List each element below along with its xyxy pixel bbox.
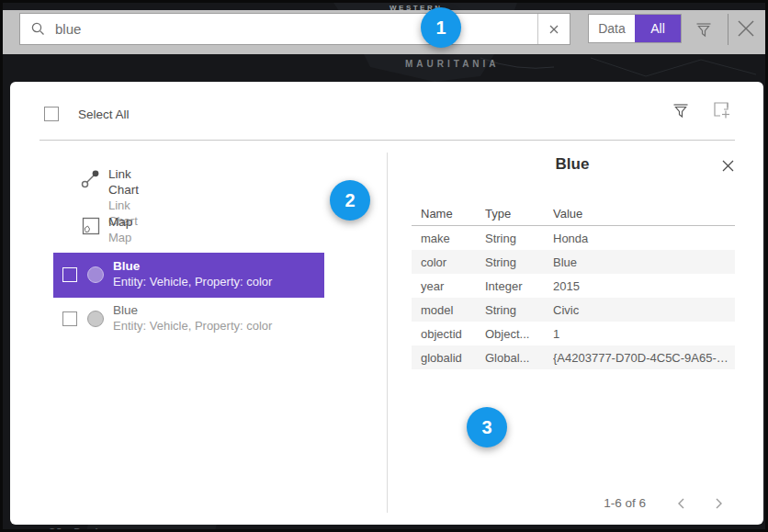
- result-title: Blue: [113, 302, 138, 318]
- result-checkbox[interactable]: [62, 311, 77, 326]
- scope-data-button[interactable]: Data: [589, 15, 635, 42]
- map-label-mauritania: MAURITANIA: [405, 59, 500, 69]
- result-subtitle: Entity: Vehicle, Property: color: [113, 318, 272, 334]
- attribute-row-globalid: globalid Global... {A4203777-D70D-4C5C-9…: [412, 345, 735, 369]
- attribute-rows: make String Honda color String Blue year…: [412, 226, 735, 369]
- attribute-row-color: color String Blue: [412, 250, 735, 274]
- result-title: Link Chart: [108, 166, 139, 198]
- select-all-checkbox[interactable]: [44, 107, 59, 121]
- result-title: Blue: [113, 258, 140, 274]
- result-item-blue-selected[interactable]: Blue Entity: Vehicle, Property: color: [53, 253, 324, 298]
- callout-badge-2: 2: [330, 180, 370, 221]
- result-item-blue[interactable]: Blue Entity: Vehicle, Property: color: [53, 302, 324, 345]
- search-toolbar: Data All: [3, 10, 768, 54]
- attr-value: Blue: [553, 255, 735, 269]
- attr-name: globalid: [421, 351, 485, 365]
- map-icon: [82, 217, 100, 235]
- detail-close-button[interactable]: [717, 155, 738, 175]
- attribute-table-header: Name Type Value: [412, 202, 735, 225]
- select-all-control[interactable]: Select All: [44, 107, 130, 121]
- header-divider: [40, 140, 735, 141]
- pagination-prev-button[interactable]: [671, 492, 693, 515]
- result-checkbox[interactable]: [62, 267, 77, 282]
- result-title: Map: [108, 214, 132, 230]
- callout-badge-3: 3: [467, 407, 507, 447]
- search-results-panel: Select All Lin: [10, 82, 763, 525]
- entity-circle-icon: [87, 311, 104, 327]
- attr-type: String: [485, 232, 553, 245]
- filter-icon: [672, 101, 690, 119]
- attr-name: color: [421, 255, 485, 269]
- clear-x-icon: [548, 24, 559, 35]
- attr-name: make: [421, 232, 485, 245]
- app-window: WESTERN MAURITANIA São Paulo Data All: [0, 0, 768, 532]
- column-header-value: Value: [553, 207, 735, 221]
- attr-name: year: [421, 279, 485, 293]
- clear-search-button[interactable]: [537, 14, 570, 44]
- add-icon: [712, 100, 732, 120]
- callout-badge-1: 1: [421, 7, 461, 48]
- filter-icon: [695, 20, 713, 39]
- scope-toggle: Data All: [588, 14, 682, 43]
- toolbar-filter-button[interactable]: [692, 17, 716, 41]
- list-detail-divider: [387, 153, 388, 513]
- chevron-right-icon: [713, 497, 724, 510]
- detail-title: Blue: [412, 155, 733, 174]
- attr-type: Global...: [485, 351, 553, 365]
- attr-value: 1: [553, 327, 735, 341]
- attribute-row-model: model String Civic: [412, 298, 735, 322]
- toolbar-divider: [728, 14, 728, 45]
- attr-type: String: [485, 255, 553, 269]
- attr-type: Object...: [485, 327, 553, 341]
- result-subtitle: Entity: Vehicle, Property: color: [113, 274, 272, 289]
- entity-circle-icon: [87, 266, 104, 283]
- attribute-row-year: year Integer 2015: [412, 274, 735, 298]
- add-to-selection-button[interactable]: [708, 97, 736, 123]
- close-icon: [721, 159, 735, 173]
- map-label-sao-paulo: São Paulo: [49, 526, 106, 532]
- column-header-type: Type: [485, 207, 553, 221]
- attr-value: 2015: [553, 279, 735, 293]
- attribute-row-objectid: objectid Object... 1: [412, 322, 735, 345]
- search-icon: [20, 21, 46, 37]
- result-subtitle: Map: [108, 230, 132, 245]
- attribute-table: Name Type Value make String Honda color …: [412, 202, 735, 369]
- search-input[interactable]: [46, 21, 537, 37]
- attr-value: {A4203777-D70D-4C5C-9A65-C...: [553, 351, 735, 365]
- chevron-left-icon: [676, 497, 687, 510]
- scope-all-button[interactable]: All: [635, 15, 681, 42]
- pagination-label: 1-6 of 6: [543, 496, 646, 510]
- attr-name: objectid: [421, 327, 485, 341]
- attr-value: Civic: [553, 303, 735, 317]
- attr-type: Integer: [485, 279, 553, 293]
- pagination-next-button[interactable]: [707, 492, 729, 515]
- toolbar-close-button[interactable]: [734, 17, 758, 40]
- results-filter-button[interactable]: [668, 97, 694, 123]
- column-header-name: Name: [421, 207, 485, 221]
- attr-value: Honda: [553, 232, 735, 245]
- attribute-row-make: make String Honda: [412, 226, 735, 250]
- link-chart-icon: [81, 168, 101, 188]
- attr-type: String: [485, 303, 553, 317]
- select-all-label: Select All: [78, 108, 130, 121]
- close-icon: [736, 18, 756, 39]
- attr-name: model: [421, 303, 485, 317]
- search-box: [19, 13, 570, 45]
